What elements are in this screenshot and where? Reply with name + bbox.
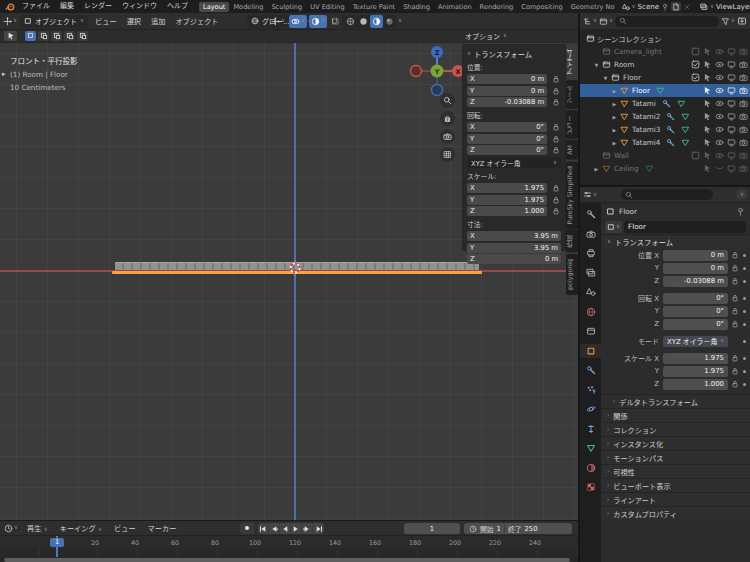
viewport-menu-0[interactable]: ビュー [90,15,122,28]
value-slider[interactable]: Y1.975 [467,195,547,205]
animate-dot[interactable] [743,297,746,300]
toggle-xray-box[interactable] [329,15,342,28]
eye-icon[interactable] [715,73,724,82]
active-tool-select-box[interactable] [4,31,17,41]
timeline-track[interactable] [0,549,578,557]
workspace-tab-shading[interactable]: Shading [399,2,434,12]
properties-editor-type-icon[interactable]: ∨ [583,190,597,199]
shading-solid-button[interactable] [357,15,370,28]
value-slider[interactable]: Z0° [467,145,547,155]
xray-toggle[interactable]: ∨ [309,15,327,28]
properties-tab-constraints[interactable] [580,422,601,436]
lock-icon[interactable] [551,98,561,106]
shading-dropdown[interactable]: ∨ [398,18,402,24]
sidebar-tab-polygoniq[interactable]: polygoniq [566,254,578,295]
value-slider[interactable]: Y0° [467,134,547,144]
timeline-menu-3[interactable]: マーカー [143,522,182,535]
outliner-row-tatami2[interactable]: ▶Tatami2 [580,110,750,123]
auto-keying-record-button[interactable] [240,523,254,534]
rotation-mode-dropdown[interactable]: XYZ オイラー角∨ [663,336,728,347]
value-slider[interactable]: Y3.95 m [467,243,561,253]
value-slider[interactable]: X0° [467,122,547,132]
value-slider[interactable]: X0 m [467,74,547,84]
topbar-menu-1[interactable]: 編集 [55,0,79,13]
outliner-row-camera_light[interactable]: Camera_light [580,45,750,58]
eye-icon[interactable] [715,138,724,147]
camera-icon[interactable] [739,47,748,56]
camera-view-button[interactable] [440,129,455,144]
section-1[interactable]: ›関係 [601,408,750,422]
value-slider[interactable]: X1.975 [467,183,547,193]
view-layer-selector[interactable]: ∨ ViewLayer [697,1,750,12]
eye-icon[interactable] [715,151,724,160]
section-3[interactable]: ›インスタンス化 [601,436,750,450]
animate-dot[interactable] [743,267,746,270]
cursor-icon[interactable] [703,164,712,173]
viewport-menu-3[interactable]: オブジェクト [170,15,223,28]
screen-icon[interactable] [727,125,736,134]
properties-tab-scene[interactable] [580,285,601,299]
expand-icon[interactable]: ▶ [611,127,618,133]
eye-icon[interactable] [715,86,724,95]
play-button[interactable] [291,523,302,534]
workspace-tab-compositing[interactable]: Compositing [517,2,566,12]
lock-icon[interactable] [730,307,740,315]
outliner-row-room[interactable]: ▼Room [580,58,750,71]
lock-icon[interactable] [551,184,561,192]
lock-icon[interactable] [551,146,561,154]
pan-button[interactable] [440,111,455,126]
properties-tab-physics[interactable] [580,402,601,416]
properties-tab-texture[interactable] [580,480,601,494]
value-field[interactable]: 0° [663,306,728,317]
new-collection-button[interactable] [737,16,747,26]
timeline-menu-1[interactable]: キーイング ∨ [55,522,107,535]
value-slider[interactable]: Z0 m [467,254,561,264]
workspace-tab-layout[interactable]: Layout [199,2,229,12]
transform-rotation-y-field[interactable]: Y0° [467,134,561,144]
timeline-editor-type-icon[interactable]: ∨ [4,524,18,533]
properties-tab-world[interactable] [580,305,601,319]
workspace-tab-geometry-no[interactable]: Geometry No [567,2,619,12]
camera-icon[interactable] [739,86,748,95]
next-keyframe-button[interactable] [302,523,313,534]
lock-icon[interactable] [730,294,740,302]
current-frame-badge[interactable]: 1 [50,538,64,547]
workspace-tab-sculpting[interactable]: Sculpting [267,2,306,12]
screen-icon[interactable] [727,99,736,108]
transform-scale-z-field[interactable]: Z1.000 [467,206,561,216]
lock-icon[interactable] [730,251,740,259]
cursor-icon[interactable] [703,99,712,108]
properties-tab-modifiers[interactable] [580,363,601,377]
value-slider[interactable]: Z-0.03088 m [467,97,547,107]
properties-tab-object[interactable] [580,344,601,358]
transform-panel-header[interactable]: ∨トランスフォーム [467,49,561,59]
screen-icon[interactable] [727,164,736,173]
value-field[interactable]: 1.975 [663,353,728,364]
eye-closed-icon[interactable] [715,164,724,173]
properties-tab-particles[interactable] [580,383,601,397]
value-field[interactable]: 1.000 [663,379,728,390]
viewport-canvas[interactable]: フロント・平行投影 (1) Room | Floor 10 Centimeter… [0,43,578,520]
value-field[interactable]: 0° [663,319,728,330]
cursor-icon[interactable] [703,125,712,134]
camera-icon[interactable] [739,73,748,82]
value-field[interactable]: 1.975 [663,366,728,377]
transform-rotation-x-field[interactable]: X0° [467,122,561,132]
animate-dot[interactable] [743,254,746,257]
screen-icon[interactable] [727,138,736,147]
camera-icon[interactable] [739,151,748,160]
section-6[interactable]: ›ビューポート表示 [601,478,750,492]
workspace-tab-uv-editing[interactable]: UV Editing [306,2,348,12]
screen-icon[interactable] [727,47,736,56]
zoom-button[interactable] [440,93,455,108]
workspace-tab-texture-paint[interactable]: Texture Paint [349,2,400,12]
sidebar-tab-am[interactable]: AM [566,140,578,160]
outliner-row-floor[interactable]: ▶Floor [580,84,750,97]
expand-icon[interactable]: ▶ [611,88,618,94]
outliner-row-wall[interactable]: Wall [580,149,750,162]
workspace-tab-rendering[interactable]: Rendering [476,2,518,12]
lock-icon[interactable] [730,320,740,328]
editor-type-icon[interactable]: ∨ [3,17,17,26]
properties-tab-render[interactable] [580,227,601,241]
pin-icon[interactable] [661,3,669,11]
